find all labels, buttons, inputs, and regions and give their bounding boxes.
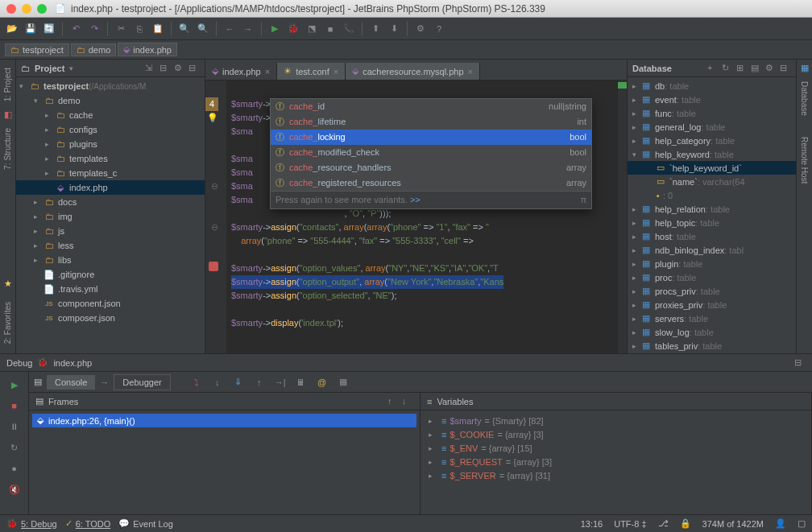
listen-icon[interactable]: 📞 [342, 22, 356, 36]
paste-icon[interactable]: 📋 [151, 22, 165, 36]
back-icon[interactable]: ← [222, 22, 237, 36]
var-row[interactable]: ▸≡$_REQUEST = {array} [3] [424, 455, 808, 468]
forward-icon[interactable]: → [241, 22, 255, 36]
sb-lock-icon[interactable]: 🔒 [680, 518, 691, 529]
cut-icon[interactable]: ✂ [114, 22, 128, 36]
db-row-servers[interactable]: ▸▦servers: table [628, 311, 796, 325]
replace-icon[interactable]: 🔍 [196, 22, 210, 36]
step-into-icon[interactable]: ↓ [209, 374, 226, 390]
pause-button[interactable]: ⏸ [6, 419, 23, 435]
watch-icon[interactable]: @ [314, 374, 330, 390]
tree-item-docs[interactable]: ▸🗀docs [16, 195, 205, 209]
breakpoint-icon[interactable] [209, 262, 218, 271]
vcs-icon[interactable]: ⬆ [368, 22, 383, 36]
db-gear-icon[interactable]: ⚙ [765, 63, 777, 74]
tree-item-less[interactable]: ▸🗀less [16, 238, 205, 253]
db-refresh-icon[interactable]: ↻ [722, 63, 733, 74]
db-row-help_category[interactable]: ▸▦help_category: table [628, 134, 796, 147]
sb-memory[interactable]: 374M of 1422M [702, 519, 764, 529]
find-icon[interactable]: 🔍 [177, 22, 192, 36]
tree-item-.gitignore[interactable]: 📄.gitignore [16, 267, 205, 282]
run-to-cursor-icon[interactable]: →| [272, 374, 288, 390]
step-over-icon[interactable]: ⤵ [188, 374, 205, 390]
database-icon[interactable]: ▦ [801, 63, 809, 73]
collapse-icon[interactable]: ⊟ [160, 63, 171, 74]
project-tree[interactable]: ▾🗀testproject (/Applications/M▾🗀demo▸🗀ca… [16, 77, 205, 353]
database-tree[interactable]: ▸▦db: table▸▦event: table▸▦func: table▸▦… [628, 77, 796, 353]
tree-item-composer.json[interactable]: JScomposer.json [16, 311, 205, 325]
lightbulb-icon[interactable]: 💡 [207, 113, 218, 122]
tree-item-plugins[interactable]: ▸🗀plugins [16, 137, 205, 151]
completion-item[interactable]: ⓕcache_lifetimeint [271, 114, 591, 130]
sb-git-icon[interactable]: ⎇ [658, 518, 669, 529]
tree-item-component.json[interactable]: JScomponent.json [16, 296, 205, 311]
sb-encoding[interactable]: UTF-8 ‡ [614, 519, 646, 529]
var-row[interactable]: ▸≡$smarty = {Smarty} [82] [424, 414, 808, 427]
tree-item-libs[interactable]: ▸🗀libs [16, 253, 205, 267]
frame-up-icon[interactable]: ↑ [387, 396, 399, 407]
mute-button[interactable]: 🔇 [6, 481, 23, 497]
db-row-general_log[interactable]: ▸▦general_log: table [628, 120, 796, 134]
db-filter-icon[interactable]: ⊞ [736, 63, 748, 74]
sb-eventlog[interactable]: 💬Event Log [118, 518, 173, 529]
view-breakpoints-button[interactable]: ● [6, 460, 23, 476]
vcs-icon-2[interactable]: ⬇ [387, 22, 401, 36]
db-row-event[interactable]: ▸▦event: table [628, 93, 796, 106]
step-out-icon[interactable]: ↑ [251, 374, 267, 390]
scroll-icon[interactable]: ⇲ [145, 63, 156, 74]
db-row-proc[interactable]: ▸▦proc: table [628, 270, 796, 284]
evaluate-icon[interactable]: 🖩 [293, 374, 309, 390]
tree-item-img[interactable]: ▸🗀img [16, 209, 205, 224]
rerun-button[interactable]: ↻ [6, 439, 23, 456]
tab-debugger[interactable]: Debugger [114, 374, 170, 390]
db-row-help_keyword[interactable]: ▾▦help_keyword: table [628, 147, 796, 161]
gear-icon[interactable]: ⚙ [174, 63, 185, 74]
gutter-structure[interactable]: 7: Structure [2, 123, 14, 175]
redo-icon[interactable]: ↷ [87, 22, 102, 36]
completion-item[interactable]: ⓕcache_lockingbool [271, 130, 591, 145]
completion-item[interactable]: ⓕcache_resource_handlersarray [271, 160, 591, 175]
db-row-host[interactable]: ▸▦host: table [628, 229, 796, 243]
minimize-window-button[interactable] [22, 4, 31, 14]
sb-tool-icon[interactable]: ▢ [798, 518, 806, 529]
open-icon[interactable]: 📂 [5, 22, 19, 36]
gutter-marker[interactable]: 4 [205, 97, 218, 111]
frame-down-icon[interactable]: ↓ [402, 396, 413, 407]
db-row-ndb_binlog_index[interactable]: ▸▦ndb_binlog_index: tabl [628, 243, 796, 257]
coverage-icon[interactable]: ⬔ [304, 22, 319, 36]
tree-item-.travis.yml[interactable]: 📄.travis.yml [16, 282, 205, 296]
close-tab-icon[interactable]: × [468, 67, 473, 76]
close-tab-icon[interactable]: × [334, 67, 338, 76]
gutter-project[interactable]: 1: Project [2, 63, 14, 106]
hide-icon[interactable]: ⊟ [188, 63, 200, 74]
db-row-tables_priv[interactable]: ▸▦tables_priv: table [628, 339, 796, 353]
crumb-folder[interactable]: 🗀demo [71, 43, 117, 56]
db-row-help_topic[interactable]: ▸▦help_topic: table [628, 216, 796, 229]
db-row-proxies_priv[interactable]: ▸▦proxies_priv: table [628, 298, 796, 311]
project-dropdown-icon[interactable]: ▾ [69, 64, 73, 72]
popup-more-link[interactable]: >> [410, 195, 420, 204]
copy-icon[interactable]: ⎘ [132, 22, 147, 36]
db-row-procs_priv[interactable]: ▸▦procs_priv: table [628, 284, 796, 298]
sb-debug[interactable]: 🐞5: Debug [6, 518, 57, 529]
tree-item-index.php[interactable]: ⬙index.php [16, 180, 205, 195]
resume-button[interactable]: ▶ [6, 377, 23, 393]
editor-tab-test.conf[interactable]: ☀test.conf× [277, 63, 346, 80]
db-row-slow_log[interactable]: ▸▦slow_log: table [628, 325, 796, 339]
tree-item-js[interactable]: ▸🗀js [16, 224, 205, 238]
gutter-database[interactable]: Database [798, 76, 810, 121]
overview-ruler[interactable] [617, 80, 627, 353]
frame-row[interactable]: ⬙ index.php:26, {main}() [32, 414, 416, 427]
tree-item-configs[interactable]: ▸🗀configs [16, 122, 205, 137]
run-icon[interactable]: ▶ [267, 22, 282, 36]
zoom-window-button[interactable] [37, 4, 47, 14]
code-content[interactable]: $smarty->debugging = false; $smarty->cac… [226, 80, 617, 353]
sb-todo[interactable]: ✓6: TODO [65, 518, 111, 529]
tab-console[interactable]: Console [47, 375, 95, 390]
frames-list[interactable]: ⬙ index.php:26, {main}() [29, 410, 420, 514]
gutter-remote-host[interactable]: Remote Host [798, 132, 810, 188]
db-hide-icon[interactable]: ⊟ [780, 63, 791, 74]
tree-item-templates_c[interactable]: ▸🗀templates_c [16, 166, 205, 180]
help-icon[interactable]: ? [432, 22, 446, 36]
completion-item[interactable]: ⓕcache_idnull|string [271, 99, 591, 114]
